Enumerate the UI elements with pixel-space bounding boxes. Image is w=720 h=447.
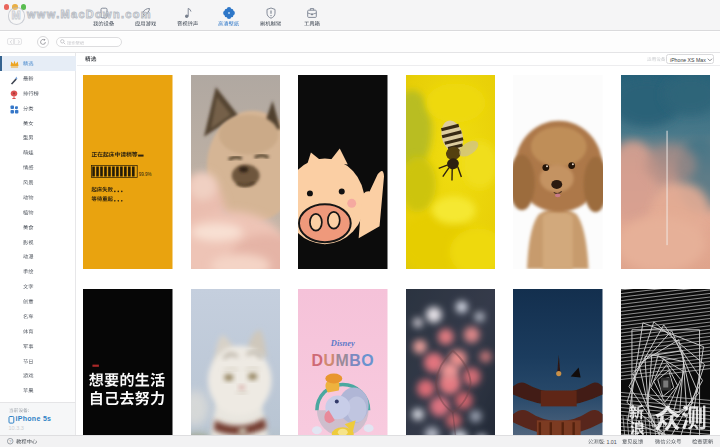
svg-text:DUMBO: DUMBO: [311, 351, 374, 368]
svg-text:Disney: Disney: [330, 338, 355, 348]
svg-text:99.9%: 99.9%: [139, 172, 152, 177]
